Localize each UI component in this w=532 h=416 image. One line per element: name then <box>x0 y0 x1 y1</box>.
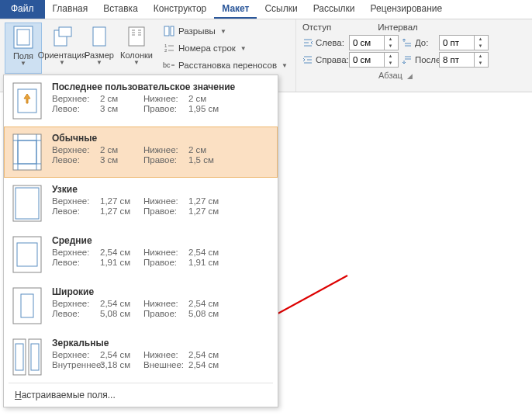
spin-down-icon[interactable]: ▼ <box>475 43 486 50</box>
svg-rect-5 <box>129 27 144 46</box>
margins-preset-icon <box>12 338 43 376</box>
tab-references[interactable]: Ссылки <box>257 0 305 19</box>
indent-left-label: Слева: <box>302 37 346 48</box>
size-button[interactable]: Размер ▼ <box>82 23 116 74</box>
spin-up-icon[interactable]: ▲ <box>385 36 396 43</box>
line-numbers-icon: 12 <box>163 42 175 54</box>
svg-rect-4 <box>93 27 105 46</box>
paragraph-group: Отступ Интервал Слева: ▲▼ До: ▲▼ Справа:… <box>296 19 495 92</box>
margins-button[interactable]: Поля ▼ <box>5 23 42 74</box>
spin-down-icon[interactable]: ▼ <box>475 60 486 67</box>
spin-up-icon[interactable]: ▲ <box>385 53 396 60</box>
margins-option-title: Обычные <box>52 133 270 144</box>
spin-up-icon[interactable]: ▲ <box>475 36 486 43</box>
svg-rect-34 <box>13 339 26 375</box>
margins-option[interactable]: ОбычныеВерхнее:2 смНижнее:2 смЛевое:3 см… <box>4 127 278 178</box>
margins-option-title: Широкие <box>52 286 270 297</box>
custom-margins-button[interactable]: Настраиваемые поля... <box>4 383 278 407</box>
margins-option-title: Средние <box>52 235 270 246</box>
tab-home[interactable]: Главная <box>45 0 96 19</box>
spacing-label: Интервал <box>378 23 418 32</box>
spacing-after-label: После: <box>402 54 436 65</box>
orientation-icon <box>48 24 76 49</box>
indent-right-icon <box>302 54 313 65</box>
tab-review[interactable]: Рецензирование <box>363 0 451 19</box>
svg-rect-3 <box>59 27 71 36</box>
spacing-after-icon <box>402 54 413 65</box>
indent-left-input[interactable]: ▲▼ <box>349 35 399 50</box>
indent-right-label: Справа: <box>302 54 346 65</box>
margins-option[interactable]: ШирокиеВерхнее:2,54 смНижнее:2,54 смЛево… <box>4 280 278 331</box>
line-numbers-button[interactable]: 12 Номера строк ▼ <box>160 40 291 57</box>
hyphenation-button[interactable]: bc Расстановка переносов ▼ <box>160 57 291 74</box>
svg-rect-22 <box>13 134 41 170</box>
spacing-before-icon <box>402 37 413 48</box>
columns-button[interactable]: Колонки ▼ <box>118 23 155 74</box>
size-icon <box>85 24 113 49</box>
indent-left-icon <box>302 37 313 48</box>
paragraph-caption: Абзац◢ <box>302 71 489 80</box>
chevron-down-icon: ▼ <box>59 59 65 66</box>
svg-rect-32 <box>13 288 41 324</box>
margins-option[interactable]: СредниеВерхнее:2,54 смНижнее:2,54 смЛево… <box>4 229 278 280</box>
margins-option[interactable]: ЗеркальныеВерхнее:2,54 смНижнее:2,54 смВ… <box>4 331 278 383</box>
margins-option-title: Узкие <box>52 184 270 195</box>
tab-layout[interactable]: Макет <box>214 0 257 19</box>
dialog-launcher-icon[interactable]: ◢ <box>407 72 413 80</box>
chevron-down-icon: ▼ <box>220 28 226 35</box>
columns-icon <box>123 24 150 49</box>
margins-preset-icon <box>12 286 43 325</box>
chevron-down-icon: ▼ <box>96 59 102 66</box>
chevron-down-icon: ▼ <box>133 59 140 66</box>
margins-preset-icon <box>12 81 43 120</box>
spin-down-icon[interactable]: ▼ <box>385 60 396 67</box>
margins-icon <box>9 25 37 50</box>
indent-right-input[interactable]: ▲▼ <box>349 52 399 68</box>
orientation-button[interactable]: Ориентация ▼ <box>43 23 81 74</box>
tab-design[interactable]: Конструктор <box>146 0 214 19</box>
spin-down-icon[interactable]: ▼ <box>385 43 396 50</box>
margins-option[interactable]: УзкиеВерхнее:1,27 смНижнее:1,27 смЛевое:… <box>4 178 278 229</box>
margins-option[interactable]: Последнее пользовательское значениеВерхн… <box>4 75 278 127</box>
svg-text:bc: bc <box>163 61 171 69</box>
ribbon-tabs: Файл Главная Вставка Конструктор Макет С… <box>0 0 532 19</box>
tab-file[interactable]: Файл <box>0 0 45 19</box>
svg-rect-13 <box>171 26 174 36</box>
hyphenation-icon: bc <box>163 59 175 71</box>
tab-insert[interactable]: Вставка <box>95 0 146 19</box>
svg-rect-35 <box>29 339 41 375</box>
chevron-down-icon: ▼ <box>20 60 26 67</box>
chevron-down-icon: ▼ <box>240 45 247 52</box>
spin-up-icon[interactable]: ▲ <box>475 53 486 60</box>
chevron-down-icon: ▼ <box>282 62 288 69</box>
margins-option-title: Зеркальные <box>52 338 270 348</box>
svg-rect-12 <box>164 26 169 36</box>
spacing-before-input[interactable]: ▲▼ <box>439 35 489 50</box>
margins-preset-icon <box>12 235 43 274</box>
margins-dropdown: Последнее пользовательское значениеВерхн… <box>3 75 278 407</box>
breaks-button[interactable]: Разрывы ▼ <box>160 23 291 40</box>
spacing-before-label: До: <box>402 37 436 48</box>
svg-text:2: 2 <box>164 48 168 53</box>
margins-preset-icon <box>12 133 43 172</box>
svg-rect-28 <box>13 185 41 221</box>
breaks-icon <box>163 25 175 37</box>
margins-preset-icon <box>12 184 43 223</box>
margins-option-title: Последнее пользовательское значение <box>52 81 270 92</box>
spacing-after-input[interactable]: ▲▼ <box>439 52 489 68</box>
indent-label: Отступ <box>302 23 331 32</box>
tab-mailings[interactable]: Рассылки <box>306 0 363 19</box>
